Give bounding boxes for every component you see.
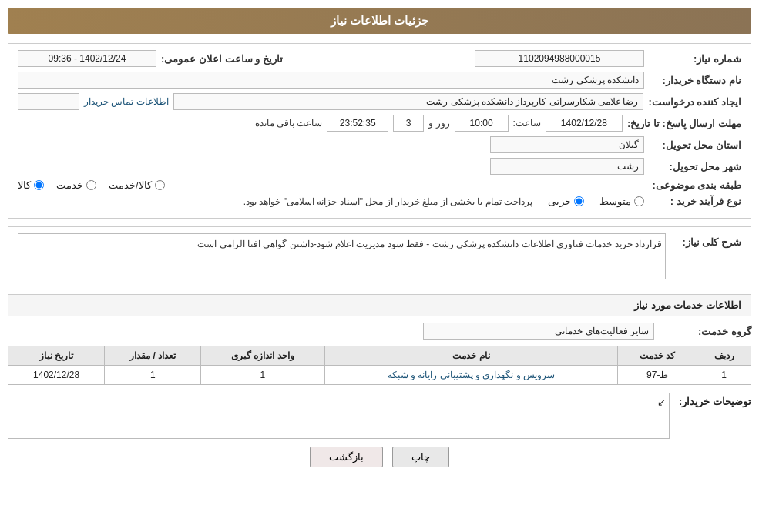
services-table: ردیف کد خدمت نام خدمت واحد اندازه گیری ت… — [8, 346, 751, 385]
deadline-remaining: 23:52:35 — [327, 115, 388, 132]
buyer-desc-label: توضیحات خریدار: — [674, 393, 751, 407]
province-value: گیلان — [490, 136, 644, 153]
buyer-org-value: دانشکده پزشکی رشت — [18, 72, 644, 89]
deadline-day-label: روز و — [428, 118, 449, 129]
purchase-jozyi-label: جزیی — [548, 196, 571, 207]
contact-link[interactable]: اطلاعات تماس خریدار — [84, 96, 169, 107]
page-title: جزئیات اطلاعات نیاز — [8, 8, 751, 34]
deadline-time: 10:00 — [455, 115, 509, 132]
purchase-motevaset-option[interactable]: متوسط — [599, 196, 644, 207]
category-kala-khedmat-radio[interactable] — [155, 180, 165, 190]
cell-code: ط-97 — [618, 366, 697, 385]
purchase-motevaset-radio[interactable] — [634, 196, 644, 206]
table-row: 1 ط-97 سرویس و نگهداری و پشتیبانی رایانه… — [8, 366, 751, 385]
category-khedmat-radio[interactable] — [86, 180, 96, 190]
category-kala-khedmat-option[interactable]: کالا/خدمت — [109, 179, 165, 191]
services-title: اطلاعات خدمات مورد نیاز — [8, 294, 751, 316]
purchase-notice: پرداخت تمام یا بخشی از مبلغ خریدار از مح… — [18, 196, 532, 207]
buyer-org-label: نام دستگاه خریدار: — [649, 75, 741, 86]
deadline-remaining-label: ساعت باقی مانده — [255, 118, 323, 129]
category-kala-radio[interactable] — [34, 180, 44, 190]
creator-value: رضا غلامی شکارسراتی کارپرداز دانشکده پزش… — [173, 93, 644, 110]
col-date: تاریخ نیاز — [8, 346, 105, 366]
category-kala-label: کالا — [18, 179, 31, 191]
group-value: سایر فعالیت‌های خدماتی — [423, 323, 654, 340]
print-button[interactable]: چاپ — [392, 447, 449, 467]
need-number-value: 1102094988000015 — [475, 50, 644, 67]
deadline-day: 3 — [393, 115, 424, 132]
col-qty: تعداد / مقدار — [105, 346, 201, 366]
col-name: نام خدمت — [324, 346, 618, 366]
purchase-type-label: نوع فرآیند خرید : — [649, 196, 741, 207]
deadline-time-label: ساعت: — [513, 118, 541, 129]
buyer-desc-box[interactable]: ↙ — [8, 393, 670, 439]
col-row: ردیف — [697, 346, 751, 366]
deadline-label: مهلت ارسال پاسخ: تا تاریخ: — [627, 118, 741, 129]
purchase-motevaset-label: متوسط — [599, 196, 631, 207]
col-code: کد خدمت — [618, 346, 697, 366]
cell-name: سرویس و نگهداری و پشتیبانی رایانه و شبکه — [324, 366, 618, 385]
contact-input — [18, 93, 79, 110]
city-value: رشت — [490, 158, 644, 175]
creator-label: ایجاد کننده درخواست: — [648, 96, 741, 108]
city-label: شهر محل تحویل: — [649, 161, 741, 172]
deadline-date: 1402/12/28 — [546, 115, 623, 132]
purchase-jozyi-radio[interactable] — [574, 196, 584, 206]
category-label: طبقه بندی موضوعی: — [649, 179, 741, 191]
purchase-jozyi-option[interactable]: جزیی — [548, 196, 584, 207]
description-label: شرح کلی نیاز: — [672, 233, 741, 248]
announce-date-value: 1402/12/24 - 09:36 — [18, 50, 156, 67]
need-number-label: شماره نیاز: — [649, 53, 741, 65]
cell-qty: 1 — [105, 366, 201, 385]
category-khedmat-label: خدمت — [56, 179, 83, 191]
group-label: گروه خدمت: — [659, 326, 751, 337]
category-khedmat-option[interactable]: خدمت — [56, 179, 96, 191]
cell-date: 1402/12/28 — [8, 366, 105, 385]
announce-date-label: تاریخ و ساعت اعلان عمومی: — [161, 53, 283, 65]
province-label: استان محل تحویل: — [649, 139, 741, 151]
cell-row: 1 — [697, 366, 751, 385]
col-unit: واحد اندازه گیری — [201, 346, 324, 366]
description-value: قرارداد خرید خدمات فناوری اطلاعات دانشکد… — [18, 233, 666, 279]
cell-unit: 1 — [201, 366, 324, 385]
category-kala-option[interactable]: کالا — [18, 179, 44, 191]
back-button[interactable]: بازگشت — [310, 447, 383, 467]
category-kala-khedmat-label: کالا/خدمت — [109, 179, 152, 191]
buyer-desc-cursor: ↙ — [657, 396, 666, 408]
